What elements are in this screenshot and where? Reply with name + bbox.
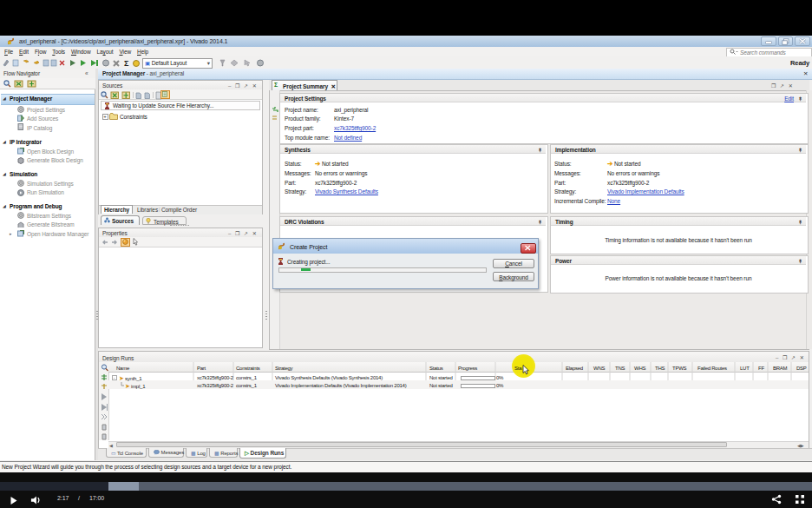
svg-text:Σ: Σ (124, 59, 129, 67)
